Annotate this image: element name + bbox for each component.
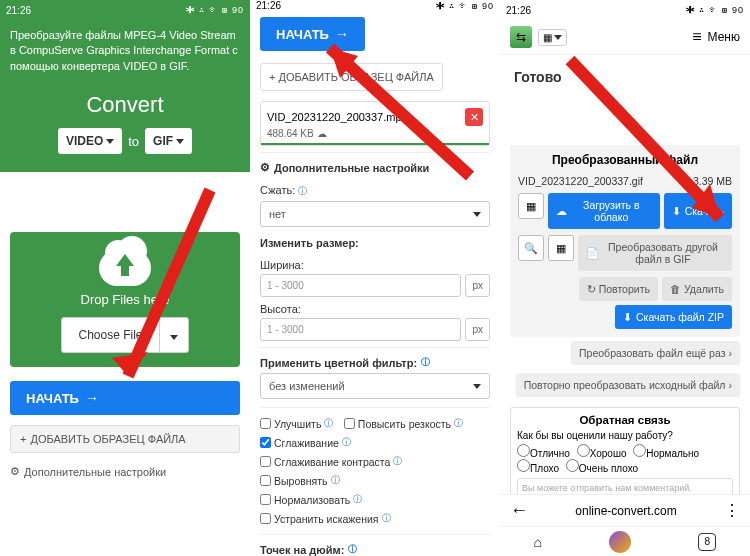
feedback-panel: Обратная связь Как бы вы оценили нашу ра… bbox=[510, 407, 740, 505]
rating-excellent[interactable]: Отлично bbox=[517, 448, 570, 459]
compress-select[interactable]: нет bbox=[260, 201, 490, 227]
compress-label: Сжать: ⓘ bbox=[260, 184, 490, 198]
info-icon[interactable]: ⓘ bbox=[342, 436, 351, 449]
info-icon[interactable]: ⓘ bbox=[421, 356, 430, 369]
info-icon[interactable]: ⓘ bbox=[348, 543, 357, 556]
normalize-checkbox[interactable]: Нормализоватьⓘ bbox=[260, 493, 362, 506]
info-icon[interactable]: ⓘ bbox=[454, 417, 463, 430]
info-icon[interactable]: ⓘ bbox=[353, 493, 362, 506]
screenshot-step-1: 21:26 ✱ ⁂ ᯤ ▣ 90 Преобразуйте файлы MPEG… bbox=[0, 0, 250, 556]
enhance-checkbox[interactable]: Улучшитьⓘ bbox=[260, 417, 333, 430]
url-text[interactable]: online-convert.com bbox=[546, 504, 706, 518]
panel-title: Преобразованный файл bbox=[518, 153, 732, 167]
chevron-down-icon bbox=[554, 35, 562, 40]
plus-icon: + bbox=[269, 71, 275, 83]
info-icon[interactable]: ⓘ bbox=[382, 512, 391, 525]
chevron-down-icon[interactable] bbox=[159, 318, 188, 352]
add-sample-button[interactable]: + ДОБАВИТЬ ОБРАЗЕЦ ФАЙЛА bbox=[260, 63, 443, 91]
info-icon[interactable]: ⓘ bbox=[393, 455, 402, 468]
to-format-dropdown[interactable]: GIF bbox=[145, 128, 192, 154]
dropzone[interactable]: Drop Files here Choose File bbox=[10, 232, 240, 367]
arrow-right-icon: → bbox=[85, 390, 99, 406]
convert-selector: Convert VIDEO to GIF bbox=[10, 92, 240, 154]
screenshot-step-3: 21:26 ✱ ⁂ ᯤ ▣ 90 ⇆ ▦ ≡ Меню Готово Преоб… bbox=[500, 0, 750, 556]
clock: 21:26 bbox=[256, 0, 281, 11]
rating-good[interactable]: Хорошо bbox=[577, 448, 627, 459]
browser-urlbar: ← online-convert.com ⋮ bbox=[500, 494, 750, 526]
feedback-title: Обратная связь bbox=[517, 414, 733, 426]
sharpen-checkbox[interactable]: Повысить резкостьⓘ bbox=[344, 417, 463, 430]
preview-button[interactable]: 🔍 bbox=[518, 235, 544, 261]
tabs-button[interactable]: 8 bbox=[698, 533, 716, 551]
status-bar: 21:26 ✱ ⁂ ᯤ ▣ 90 bbox=[500, 0, 750, 20]
reconvert-source-link[interactable]: Повторно преобразовать исходный файл› bbox=[516, 373, 740, 397]
progress-bar bbox=[261, 143, 489, 145]
from-format-dropdown[interactable]: VIDEO bbox=[58, 128, 122, 154]
status-icons: ✱ ⁂ ᯤ ▣ 90 bbox=[186, 5, 244, 15]
contrast-checkbox[interactable]: Сглаживание контрастаⓘ bbox=[260, 455, 402, 468]
hamburger-icon: ≡ bbox=[692, 28, 701, 46]
start-button[interactable]: НАЧАТЬ → bbox=[10, 381, 240, 415]
layout-toggle[interactable]: ▦ bbox=[538, 29, 567, 46]
despeckle-checkbox[interactable]: Устранить искаженияⓘ bbox=[260, 512, 391, 525]
advanced-settings-heading: ⚙ Дополнительные настройки bbox=[0, 457, 250, 481]
qr-icon: ▦ bbox=[556, 242, 566, 255]
trash-icon: 🗑 bbox=[670, 283, 681, 295]
menu-button[interactable]: ≡ Меню bbox=[692, 28, 740, 46]
colorfilter-select[interactable]: без изменений bbox=[260, 373, 490, 399]
back-button[interactable]: ← bbox=[510, 500, 528, 521]
download-button[interactable]: ⬇Скачать bbox=[664, 193, 732, 229]
start-button[interactable]: НАЧАТЬ → bbox=[260, 17, 365, 51]
hero-text: Преобразуйте файлы MPEG-4 Video Stream в… bbox=[10, 28, 240, 74]
qr-button[interactable]: ▦ bbox=[518, 193, 544, 219]
info-icon[interactable]: ⓘ bbox=[331, 474, 340, 487]
convert-title: Convert bbox=[10, 92, 240, 118]
add-sample-button[interactable]: + ДОБАВИТЬ ОБРАЗЕЦ ФАЙЛА bbox=[10, 425, 240, 453]
dpi-label: Точек на дюйм: ⓘ bbox=[260, 534, 490, 556]
chevron-down-icon bbox=[106, 139, 114, 144]
convert-again-link[interactable]: Преобразовать файл ещё раз› bbox=[571, 341, 740, 365]
to-format-label: GIF bbox=[153, 134, 173, 148]
app-logo[interactable]: ⇆ bbox=[510, 26, 532, 48]
info-icon[interactable]: ⓘ bbox=[324, 417, 333, 430]
chevron-down-icon bbox=[473, 212, 481, 217]
choose-file-button[interactable]: Choose File bbox=[61, 317, 188, 353]
antialias-checkbox[interactable]: Сглаживаниеⓘ bbox=[260, 436, 351, 449]
choose-file-label: Choose File bbox=[62, 320, 158, 350]
feedback-question: Как бы вы оценили нашу работу? bbox=[517, 430, 733, 441]
rating-verybad[interactable]: Очень плохо bbox=[566, 463, 638, 474]
width-unit-select[interactable]: px bbox=[465, 274, 490, 297]
converted-file-panel: Преобразованный файл VID_20231220_200337… bbox=[510, 145, 740, 337]
start-button-label: НАЧАТЬ bbox=[276, 27, 329, 42]
qr-button-2[interactable]: ▦ bbox=[548, 235, 574, 261]
height-unit-select[interactable]: px bbox=[465, 318, 490, 341]
home-button[interactable]: ⌂ bbox=[534, 534, 542, 550]
file-size: 488.64 KB bbox=[267, 128, 314, 139]
download-icon: ⬇ bbox=[672, 205, 681, 217]
chevron-right-icon: › bbox=[729, 379, 733, 391]
width-input[interactable]: 1 - 3000 bbox=[260, 274, 461, 297]
cloud-upload-button[interactable]: ☁Загрузить в облако bbox=[548, 193, 660, 229]
convert-other-button[interactable]: 📄Преобразовать другой файл в GIF bbox=[578, 235, 732, 271]
to-word: to bbox=[128, 134, 139, 149]
voice-button[interactable] bbox=[609, 531, 631, 553]
repeat-button[interactable]: ↻Повторить bbox=[579, 277, 658, 301]
rating-bad[interactable]: Плохо bbox=[517, 463, 559, 474]
remove-file-button[interactable]: ✕ bbox=[465, 108, 483, 126]
rating-normal[interactable]: Нормально bbox=[633, 448, 699, 459]
equalize-checkbox[interactable]: Выровнятьⓘ bbox=[260, 474, 340, 487]
more-button[interactable]: ⋮ bbox=[724, 501, 740, 520]
info-icon[interactable]: ⓘ bbox=[298, 186, 307, 196]
clock: 21:26 bbox=[6, 5, 31, 16]
hero-banner: Преобразуйте файлы MPEG-4 Video Stream в… bbox=[0, 20, 250, 172]
delete-button[interactable]: 🗑Удалить bbox=[662, 277, 732, 301]
download-zip-button[interactable]: ⬇Скачать файл ZIP bbox=[615, 305, 732, 329]
start-button-label: НАЧАТЬ bbox=[26, 391, 79, 406]
clock: 21:26 bbox=[506, 5, 531, 16]
height-input[interactable]: 1 - 3000 bbox=[260, 318, 461, 341]
status-icons: ✱ ⁂ ᯤ ▣ 90 bbox=[686, 5, 744, 15]
height-label: Высота: bbox=[260, 303, 490, 315]
file-card: VID_20231220_200337.mp4 ✕ 488.64 KB ☁ bbox=[260, 101, 490, 146]
status-ready: Готово bbox=[500, 55, 750, 145]
status-bar: 21:26 ✱ ⁂ ᯤ ▣ 90 bbox=[0, 0, 250, 20]
